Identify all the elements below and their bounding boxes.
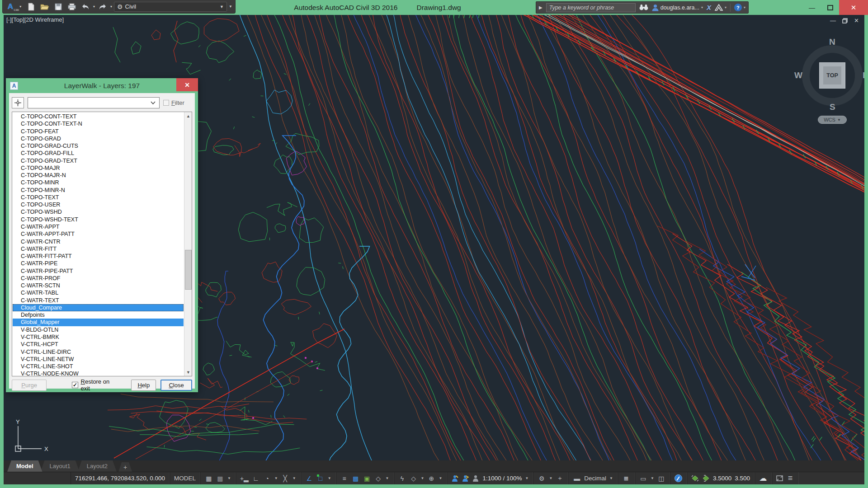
save-button[interactable] xyxy=(52,1,64,12)
layer-filter-combo[interactable] xyxy=(28,97,160,108)
gizmo-icon[interactable]: ⊕ xyxy=(427,475,435,482)
help-button-dialog[interactable]: Help xyxy=(131,380,156,391)
close-button-dialog[interactable]: Close xyxy=(160,380,192,391)
restore-checkbox-box[interactable]: ✓ xyxy=(72,382,78,388)
chevron-down-icon[interactable]: ▼ xyxy=(421,476,425,480)
tab-layout1[interactable]: Layout1 xyxy=(41,460,80,472)
layer-row[interactable]: C-TOPO-GRAD-CUTS xyxy=(13,142,184,150)
viewport-scale-value[interactable]: 1:1000 / 100% xyxy=(482,475,522,482)
annotation-visibility-icon[interactable] xyxy=(451,475,458,482)
layer-row[interactable]: C-WATR-SCTN xyxy=(13,282,184,289)
selection-filter-icon[interactable]: ◇ xyxy=(410,475,418,482)
layer-row[interactable]: C-TOPO-MAJR-N xyxy=(13,172,184,179)
signin-user[interactable]: douglas.e.ara... ▾ xyxy=(652,4,703,11)
compass-north[interactable]: N xyxy=(829,37,835,47)
exchange-apps-button[interactable]: X xyxy=(707,4,711,11)
layer-row[interactable]: C-TOPO-WSHD-TEXT xyxy=(13,216,184,223)
scroll-down-icon[interactable]: ▼ xyxy=(184,368,192,376)
undo-button[interactable] xyxy=(80,1,91,12)
a360-sync-button[interactable]: ☁ xyxy=(755,472,772,484)
isolate-objects-icon[interactable]: ◫ xyxy=(657,475,665,482)
display-lock-icon[interactable]: ▭ xyxy=(639,475,647,482)
scrollbar-thumb[interactable] xyxy=(185,250,192,290)
help-button[interactable]: ? ▾ xyxy=(734,4,745,11)
new-file-button[interactable] xyxy=(25,1,37,12)
tab-model[interactable]: Model xyxy=(7,460,42,472)
purge-button[interactable]: Purge xyxy=(12,380,47,391)
chevron-down-icon[interactable]: ▼ xyxy=(651,476,654,480)
layer-row[interactable]: V-BLDG-OTLN xyxy=(13,326,184,333)
infer-constraints-icon[interactable]: +▂ xyxy=(240,475,249,482)
units-value[interactable]: Decimal xyxy=(584,475,606,482)
plot-button[interactable] xyxy=(66,1,78,12)
layer-list[interactable]: C-TOPO-CONT-TEXTC-TOPO-CONT-TEXT-NC-TOPO… xyxy=(12,112,192,376)
layer-row[interactable]: C-WATR-PIPE xyxy=(13,260,184,267)
wcs-menu[interactable]: WCS ▼ xyxy=(818,116,847,124)
object-snap-icon[interactable]: □ xyxy=(316,475,325,482)
layer-row[interactable]: C-TOPO-USER xyxy=(13,201,184,208)
new-layout-button[interactable]: + xyxy=(118,462,132,472)
isometric-drafting-icon[interactable]: ╳ xyxy=(281,475,289,482)
add-cleanup-icon[interactable]: ＋ xyxy=(556,474,564,483)
layer-row[interactable]: C-WATR-APPT-PATT xyxy=(13,230,184,238)
chevron-down-icon[interactable]: ▼ xyxy=(386,476,389,480)
autosnap-marker-icon[interactable]: ∠ xyxy=(305,475,313,482)
app-menu-button[interactable]: A C3D ▾ xyxy=(5,1,24,13)
minimize-button[interactable]: — xyxy=(803,0,821,15)
undo-dropdown[interactable]: ▾ xyxy=(93,5,95,9)
layerwalk-close-button[interactable]: ✕ xyxy=(176,78,198,91)
layer-row[interactable]: C-WATR-PIPE-PATT xyxy=(13,267,184,275)
lineweight-icon[interactable]: ≡ xyxy=(340,475,349,482)
search-input[interactable] xyxy=(546,3,636,12)
layer-row[interactable]: C-WATR-TEXT xyxy=(13,297,184,304)
layer-row[interactable]: C-TOPO-FEAT xyxy=(13,128,184,135)
annot-scale-current[interactable]: 3.5000 xyxy=(713,475,731,482)
scroll-up-icon[interactable]: ▲ xyxy=(184,112,192,120)
3d-osnap-icon[interactable]: ◇ xyxy=(374,475,382,482)
layer-row[interactable]: V-CTRL-BMRK xyxy=(13,333,184,341)
layer-row[interactable]: C-TOPO-TEXT xyxy=(13,194,184,201)
snap-mode-icon[interactable]: ▦ xyxy=(205,475,213,482)
layer-row[interactable]: C-TOPO-GRAD-TEXT xyxy=(13,157,184,164)
chevron-down-icon[interactable]: ▼ xyxy=(549,476,552,480)
viewcube-top-face[interactable]: TOP xyxy=(819,62,845,89)
model-space-toggle[interactable]: MODEL xyxy=(170,472,200,484)
chevron-down-icon[interactable]: ▼ xyxy=(609,476,613,480)
chevron-down-icon[interactable]: ▼ xyxy=(439,476,442,480)
layer-row[interactable]: C-WATR-PROF xyxy=(13,275,184,282)
layer-row[interactable]: C-WATR-APPT xyxy=(13,223,184,230)
layer-row[interactable]: Global_Mapper xyxy=(13,319,184,326)
customize-menu-icon[interactable]: ≡ xyxy=(786,474,794,483)
dynamic-ucs-icon[interactable]: ϟ xyxy=(398,475,406,482)
polar-tracking-icon[interactable]: ◔ xyxy=(263,475,271,482)
annotation-autoscale-icon[interactable] xyxy=(462,475,469,482)
maximize-button[interactable] xyxy=(821,0,839,15)
layer-row[interactable]: V-CTRL-HCPT xyxy=(13,341,184,348)
qat-customize-dropdown[interactable]: ▼ xyxy=(229,5,232,9)
chevron-down-icon[interactable]: ▼ xyxy=(227,476,231,480)
chevron-down-icon[interactable]: ▼ xyxy=(274,476,278,480)
compass-west[interactable]: W xyxy=(794,70,802,80)
layer-row[interactable]: V-CTRL-LINE-SHOT xyxy=(13,363,184,370)
layer-row[interactable]: C-TOPO-GRAD-FILL xyxy=(13,150,184,157)
annot-scale-sync-icon[interactable] xyxy=(691,475,699,482)
layer-row[interactable]: Defpoints xyxy=(13,311,184,319)
layer-row[interactable]: V-CTRL-LINE-NETW xyxy=(13,356,184,363)
redo-dropdown[interactable]: ▾ xyxy=(110,5,112,9)
filter-checkbox-box[interactable] xyxy=(163,100,169,106)
select-objects-button[interactable] xyxy=(12,97,24,108)
layer-row[interactable]: C-WATR-TABL xyxy=(13,289,184,296)
layer-row[interactable]: C-TOPO-MINR xyxy=(13,179,184,186)
layer-row[interactable]: C-TOPO-MAJR xyxy=(13,164,184,172)
workspace-combo[interactable]: ⚙ Civil ▼ xyxy=(114,2,227,12)
chevron-down-icon[interactable]: ▼ xyxy=(292,476,296,480)
layer-row[interactable]: C-WATR-CNTR xyxy=(13,238,184,245)
clean-screen-icon[interactable] xyxy=(776,475,783,481)
selection-cycling-icon[interactable]: ▣ xyxy=(363,475,371,482)
annot-scale-new[interactable]: 3.500 xyxy=(735,475,750,482)
layer-row[interactable]: V-CTRL-NODE-KNOW xyxy=(13,370,184,376)
viewport-controls-label[interactable]: [-][Top][2D Wireframe] xyxy=(6,16,64,23)
doc-close-icon[interactable]: ✕ xyxy=(854,18,859,23)
ortho-mode-icon[interactable]: ∟ xyxy=(252,475,260,482)
doc-minimize-icon[interactable]: — xyxy=(830,18,836,23)
